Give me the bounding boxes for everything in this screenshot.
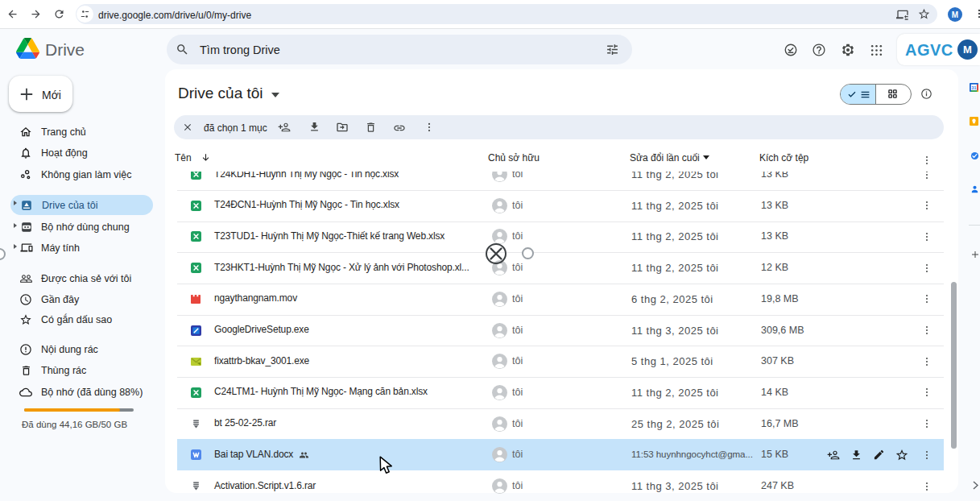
svg-text:31: 31 (972, 85, 977, 90)
